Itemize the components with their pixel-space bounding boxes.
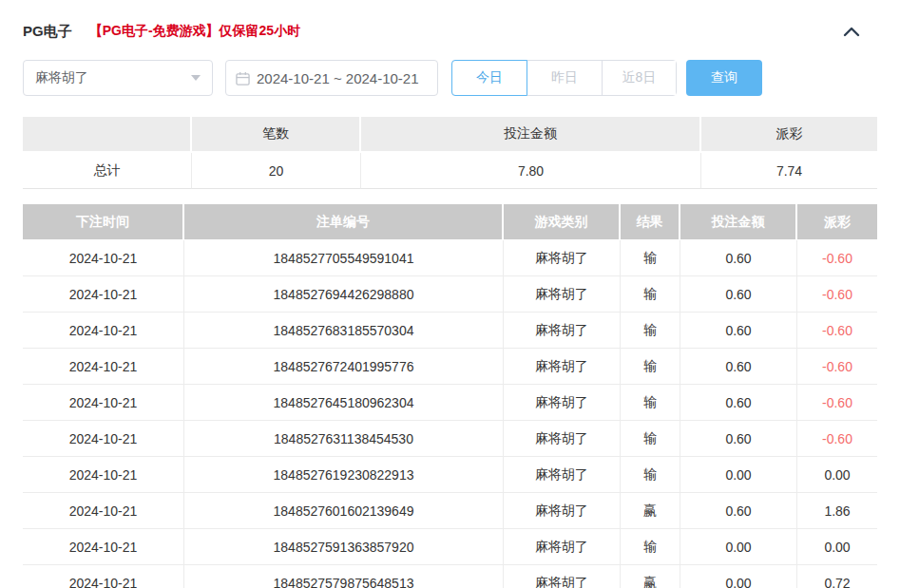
summary-total-row: 总计207.807.74 xyxy=(23,153,877,189)
table-row: 2024-10-211848527694426298880麻将胡了输0.60-0… xyxy=(23,276,877,313)
bet-time-cell: 2024-10-21 xyxy=(23,529,184,565)
order-id-cell: 1848527705549591041 xyxy=(184,240,504,276)
bet-amount-cell: 0.60 xyxy=(680,385,797,421)
panel-title: PG电子 xyxy=(23,23,72,41)
result-cell: 输 xyxy=(621,313,680,349)
quick-filter-today[interactable]: 今日 xyxy=(451,60,527,96)
calendar-icon xyxy=(236,71,250,85)
bet-amount-cell: 0.60 xyxy=(680,276,797,313)
bet-time-cell: 2024-10-21 xyxy=(23,457,184,493)
result-cell: 输 xyxy=(621,457,680,493)
table-row: 2024-10-211848527672401995776麻将胡了输0.60-0… xyxy=(23,349,877,385)
payout-cell: 0.00 xyxy=(797,457,877,493)
table-row: 2024-10-211848527591363857920麻将胡了输0.000.… xyxy=(23,529,877,565)
game-type-cell: 麻将胡了 xyxy=(504,240,621,276)
payout-cell: -0.60 xyxy=(797,349,877,385)
payout-cell: 0.00 xyxy=(797,529,877,565)
quick-filter-last8days[interactable]: 近8日 xyxy=(602,61,676,95)
records-header-cell: 下注时间 xyxy=(23,204,184,240)
bet-time-cell: 2024-10-21 xyxy=(23,313,184,349)
game-type-cell: 麻将胡了 xyxy=(504,529,621,565)
pg-records-panel: PG电子 【PG电子-免费游戏】仅保留25小时 麻将胡了 2024-10-21 … xyxy=(0,0,900,588)
game-type-cell: 麻将胡了 xyxy=(504,349,621,385)
game-type-cell: 麻将胡了 xyxy=(504,565,621,588)
bet-records-table: 下注时间注单编号游戏类别结果投注金额派彩 2024-10-21184852770… xyxy=(23,204,877,588)
bet-amount-cell: 0.60 xyxy=(680,240,797,276)
records-body: 2024-10-211848527705549591041麻将胡了输0.60-0… xyxy=(23,240,877,588)
summary-bet-amount-cell: 7.80 xyxy=(361,153,701,189)
quick-filter-group: 今日 昨日 近8日 xyxy=(451,60,677,96)
panel-header: PG电子 【PG电子-免费游戏】仅保留25小时 xyxy=(23,19,877,44)
result-cell: 输 xyxy=(621,385,680,421)
summary-header-cell: 派彩 xyxy=(701,117,877,153)
table-row: 2024-10-211848527601602139649麻将胡了赢0.601.… xyxy=(23,493,877,529)
payout-cell: -0.60 xyxy=(797,313,877,349)
order-id-cell: 1848527645180962304 xyxy=(184,385,504,421)
game-type-cell: 麻将胡了 xyxy=(504,493,621,529)
payout-cell: 0.72 xyxy=(797,565,877,588)
payout-cell: -0.60 xyxy=(797,421,877,457)
summary-count-cell: 20 xyxy=(192,153,361,189)
summary-header-cell: 笔数 xyxy=(192,117,361,153)
bet-time-cell: 2024-10-21 xyxy=(23,421,184,457)
summary-header-cell xyxy=(23,117,192,153)
filter-row: 麻将胡了 2024-10-21 ~ 2024-10-21 今日 昨日 近8日 查… xyxy=(23,60,877,96)
bet-amount-cell: 0.00 xyxy=(680,457,797,493)
order-id-cell: 1848527683185570304 xyxy=(184,313,504,349)
summary-table: 笔数投注金额派彩 总计207.807.74 xyxy=(23,117,877,189)
game-type-cell: 麻将胡了 xyxy=(504,385,621,421)
bet-amount-cell: 0.60 xyxy=(680,313,797,349)
search-button[interactable]: 查询 xyxy=(686,60,762,96)
game-select-value: 麻将胡了 xyxy=(35,69,88,86)
summary-header-cell: 投注金额 xyxy=(361,117,701,153)
bet-time-cell: 2024-10-21 xyxy=(23,493,184,529)
order-id-cell: 1848527631138454530 xyxy=(184,421,504,457)
game-type-cell: 麻将胡了 xyxy=(504,313,621,349)
table-row: 2024-10-211848527645180962304麻将胡了输0.60-0… xyxy=(23,385,877,421)
records-header-cell: 游戏类别 xyxy=(504,204,621,240)
notice-text: 【PG电子-免费游戏】仅保留25小时 xyxy=(89,23,300,40)
bet-time-cell: 2024-10-21 xyxy=(23,276,184,313)
game-type-cell: 麻将胡了 xyxy=(504,457,621,493)
game-select[interactable]: 麻将胡了 xyxy=(23,60,213,96)
order-id-cell: 1848527579875648513 xyxy=(184,565,504,588)
payout-cell: -0.60 xyxy=(797,385,877,421)
bet-amount-cell: 0.00 xyxy=(680,565,797,588)
quick-filter-yesterday[interactable]: 昨日 xyxy=(527,61,602,95)
order-id-cell: 1848527672401995776 xyxy=(184,349,504,385)
payout-cell: -0.60 xyxy=(797,276,877,313)
order-id-cell: 1848527591363857920 xyxy=(184,529,504,565)
summary-payout-cell: 7.74 xyxy=(701,153,877,189)
result-cell: 输 xyxy=(621,276,680,313)
bet-amount-cell: 0.60 xyxy=(680,421,797,457)
result-cell: 输 xyxy=(621,421,680,457)
records-header-cell: 结果 xyxy=(621,204,680,240)
summary-label-cell: 总计 xyxy=(23,153,192,189)
bet-time-cell: 2024-10-21 xyxy=(23,349,184,385)
bet-time-cell: 2024-10-21 xyxy=(23,385,184,421)
caret-down-icon xyxy=(191,75,201,81)
payout-cell: 1.86 xyxy=(797,493,877,529)
bet-amount-cell: 0.60 xyxy=(680,493,797,529)
date-range-value: 2024-10-21 ~ 2024-10-21 xyxy=(257,70,419,86)
date-range-input[interactable]: 2024-10-21 ~ 2024-10-21 xyxy=(225,60,438,96)
records-header-cell: 投注金额 xyxy=(680,204,797,240)
result-cell: 赢 xyxy=(621,565,680,588)
summary-header-row: 笔数投注金额派彩 xyxy=(23,117,877,153)
chevron-up-icon[interactable] xyxy=(843,26,860,37)
bet-amount-cell: 0.60 xyxy=(680,349,797,385)
records-header-cell: 注单编号 xyxy=(184,204,504,240)
payout-cell: -0.60 xyxy=(797,240,877,276)
records-header-row: 下注时间注单编号游戏类别结果投注金额派彩 xyxy=(23,204,877,240)
table-row: 2024-10-211848527705549591041麻将胡了输0.60-0… xyxy=(23,240,877,276)
table-row: 2024-10-211848527619230822913麻将胡了输0.000.… xyxy=(23,457,877,493)
bet-amount-cell: 0.00 xyxy=(680,529,797,565)
game-type-cell: 麻将胡了 xyxy=(504,276,621,313)
records-header-cell: 派彩 xyxy=(797,204,877,240)
table-row: 2024-10-211848527631138454530麻将胡了输0.60-0… xyxy=(23,421,877,457)
game-type-cell: 麻将胡了 xyxy=(504,421,621,457)
result-cell: 输 xyxy=(621,240,680,276)
table-row: 2024-10-211848527683185570304麻将胡了输0.60-0… xyxy=(23,313,877,349)
result-cell: 输 xyxy=(621,529,680,565)
result-cell: 赢 xyxy=(621,493,680,529)
